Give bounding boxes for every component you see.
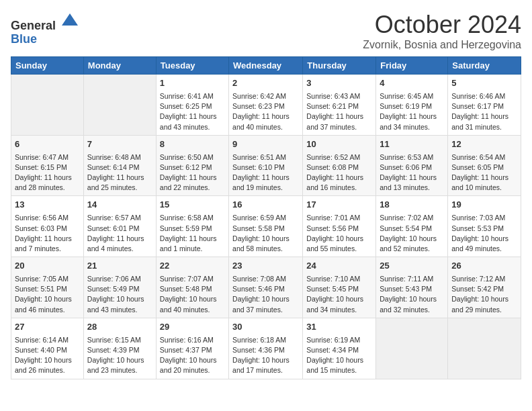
weekday-header: Monday xyxy=(83,57,156,75)
month-title: October 2024 xyxy=(363,11,521,39)
sunset-text: Sunset: 5:56 PM xyxy=(306,224,372,234)
daylight-text: Daylight: 10 hours and 20 minutes. xyxy=(160,355,225,375)
day-number: 28 xyxy=(87,321,152,334)
cell-content: 1Sunrise: 6:41 AMSunset: 6:25 PMDaylight… xyxy=(160,77,225,132)
day-number: 19 xyxy=(451,199,517,212)
calendar-cell: 3Sunrise: 6:43 AMSunset: 6:21 PMDaylight… xyxy=(303,75,376,136)
cell-content: 19Sunrise: 7:03 AMSunset: 5:53 PMDayligh… xyxy=(451,199,517,254)
sunrise-text: Sunrise: 6:56 AM xyxy=(15,213,80,223)
day-number: 17 xyxy=(306,199,372,212)
sunset-text: Sunset: 6:25 PM xyxy=(160,101,225,111)
sunrise-text: Sunrise: 7:01 AM xyxy=(306,213,372,223)
sunrise-text: Sunrise: 6:46 AM xyxy=(451,91,517,101)
sunset-text: Sunset: 6:19 PM xyxy=(380,101,444,111)
weekday-header: Thursday xyxy=(303,57,376,75)
daylight-text: Daylight: 10 hours and 37 minutes. xyxy=(232,294,299,314)
cell-content: 2Sunrise: 6:42 AMSunset: 6:23 PMDaylight… xyxy=(232,77,299,132)
calendar-cell: 27Sunrise: 6:14 AMSunset: 4:40 PMDayligh… xyxy=(11,318,84,379)
cell-content: 30Sunrise: 6:18 AMSunset: 4:36 PMDayligh… xyxy=(232,321,299,376)
sunrise-text: Sunrise: 6:50 AM xyxy=(160,152,225,163)
cell-content: 29Sunrise: 6:16 AMSunset: 4:37 PMDayligh… xyxy=(160,321,225,376)
calendar-week-row: 27Sunrise: 6:14 AMSunset: 4:40 PMDayligh… xyxy=(11,318,521,379)
daylight-text: Daylight: 11 hours and 37 minutes. xyxy=(306,111,372,132)
daylight-text: Daylight: 11 hours and 31 minutes. xyxy=(451,111,517,132)
sunset-text: Sunset: 5:42 PM xyxy=(451,284,517,294)
cell-content: 6Sunrise: 6:47 AMSunset: 6:15 PMDaylight… xyxy=(15,138,80,193)
sunset-text: Sunset: 5:48 PM xyxy=(160,284,225,294)
daylight-text: Daylight: 11 hours and 4 minutes. xyxy=(87,234,152,254)
daylight-text: Daylight: 11 hours and 28 minutes. xyxy=(15,173,80,193)
sunrise-text: Sunrise: 7:03 AM xyxy=(451,213,517,223)
weekday-header: Saturday xyxy=(448,57,521,75)
calendar-cell: 29Sunrise: 6:16 AMSunset: 4:37 PMDayligh… xyxy=(156,318,228,379)
day-number: 1 xyxy=(160,77,225,90)
calendar-cell: 7Sunrise: 6:48 AMSunset: 6:14 PMDaylight… xyxy=(83,135,156,196)
weekday-header: Tuesday xyxy=(156,57,228,75)
cell-content: 20Sunrise: 7:05 AMSunset: 5:51 PMDayligh… xyxy=(15,260,80,315)
calendar-week-row: 20Sunrise: 7:05 AMSunset: 5:51 PMDayligh… xyxy=(11,257,521,318)
cell-content: 8Sunrise: 6:50 AMSunset: 6:12 PMDaylight… xyxy=(160,138,225,193)
daylight-text: Daylight: 10 hours and 40 minutes. xyxy=(160,294,225,314)
calendar-cell: 9Sunrise: 6:51 AMSunset: 6:10 PMDaylight… xyxy=(229,135,303,196)
cell-content: 11Sunrise: 6:53 AMSunset: 6:06 PMDayligh… xyxy=(380,138,444,193)
logo: General Blue xyxy=(11,11,79,46)
cell-content: 16Sunrise: 6:59 AMSunset: 5:58 PMDayligh… xyxy=(232,199,299,254)
daylight-text: Daylight: 10 hours and 46 minutes. xyxy=(15,294,80,314)
day-number: 18 xyxy=(380,199,444,212)
daylight-text: Daylight: 10 hours and 52 minutes. xyxy=(380,234,444,254)
sunrise-text: Sunrise: 7:10 AM xyxy=(306,274,372,284)
cell-content: 25Sunrise: 7:11 AMSunset: 5:43 PMDayligh… xyxy=(380,260,444,315)
day-number: 27 xyxy=(15,321,80,334)
calendar-cell: 6Sunrise: 6:47 AMSunset: 6:15 PMDaylight… xyxy=(11,135,84,196)
page-header: General Blue October 2024 Zvornik, Bosni… xyxy=(11,11,521,51)
day-number: 14 xyxy=(87,199,152,212)
calendar-cell: 28Sunrise: 6:15 AMSunset: 4:39 PMDayligh… xyxy=(83,318,156,379)
sunset-text: Sunset: 6:01 PM xyxy=(87,224,152,234)
calendar-table: SundayMondayTuesdayWednesdayThursdayFrid… xyxy=(11,56,521,379)
day-number: 22 xyxy=(160,260,225,273)
sunrise-text: Sunrise: 6:43 AM xyxy=(306,91,372,101)
cell-content: 3Sunrise: 6:43 AMSunset: 6:21 PMDaylight… xyxy=(306,77,372,132)
location-title: Zvornik, Bosnia and Herzegovina xyxy=(363,39,521,51)
sunset-text: Sunset: 5:43 PM xyxy=(380,284,444,294)
calendar-cell xyxy=(376,318,448,379)
sunset-text: Sunset: 6:14 PM xyxy=(87,163,152,173)
sunrise-text: Sunrise: 6:52 AM xyxy=(306,152,372,163)
calendar-cell: 25Sunrise: 7:11 AMSunset: 5:43 PMDayligh… xyxy=(376,257,448,318)
day-number: 16 xyxy=(232,199,299,212)
day-number: 25 xyxy=(380,260,444,273)
day-number: 2 xyxy=(232,77,299,90)
day-number: 20 xyxy=(15,260,80,273)
daylight-text: Daylight: 11 hours and 40 minutes. xyxy=(232,111,299,132)
sunrise-text: Sunrise: 7:05 AM xyxy=(15,274,80,284)
sunset-text: Sunset: 5:59 PM xyxy=(160,224,225,234)
daylight-text: Daylight: 11 hours and 16 minutes. xyxy=(306,173,372,193)
weekday-header: Sunday xyxy=(11,57,84,75)
sunrise-text: Sunrise: 6:45 AM xyxy=(380,91,444,101)
sunset-text: Sunset: 6:21 PM xyxy=(306,101,372,111)
sunrise-text: Sunrise: 7:12 AM xyxy=(451,274,517,284)
sunset-text: Sunset: 5:46 PM xyxy=(232,284,299,294)
cell-content: 18Sunrise: 7:02 AMSunset: 5:54 PMDayligh… xyxy=(380,199,444,254)
daylight-text: Daylight: 10 hours and 29 minutes. xyxy=(451,294,517,314)
cell-content: 22Sunrise: 7:07 AMSunset: 5:48 PMDayligh… xyxy=(160,260,225,315)
cell-content: 15Sunrise: 6:58 AMSunset: 5:59 PMDayligh… xyxy=(160,199,225,254)
cell-content: 5Sunrise: 6:46 AMSunset: 6:17 PMDaylight… xyxy=(451,77,517,132)
calendar-cell: 15Sunrise: 6:58 AMSunset: 5:59 PMDayligh… xyxy=(156,196,228,257)
day-number: 31 xyxy=(306,321,372,334)
calendar-cell: 16Sunrise: 6:59 AMSunset: 5:58 PMDayligh… xyxy=(229,196,303,257)
sunset-text: Sunset: 5:54 PM xyxy=(380,224,444,234)
sunset-text: Sunset: 5:53 PM xyxy=(451,224,517,234)
sunset-text: Sunset: 6:05 PM xyxy=(451,163,517,173)
day-number: 5 xyxy=(451,77,517,90)
calendar-cell: 10Sunrise: 6:52 AMSunset: 6:08 PMDayligh… xyxy=(303,135,376,196)
sunset-text: Sunset: 4:37 PM xyxy=(160,345,225,355)
day-number: 9 xyxy=(232,138,299,151)
cell-content: 10Sunrise: 6:52 AMSunset: 6:08 PMDayligh… xyxy=(306,138,372,193)
sunset-text: Sunset: 5:49 PM xyxy=(87,284,152,294)
calendar-cell: 23Sunrise: 7:08 AMSunset: 5:46 PMDayligh… xyxy=(229,257,303,318)
day-number: 13 xyxy=(15,199,80,212)
daylight-text: Daylight: 11 hours and 22 minutes. xyxy=(160,173,225,193)
logo-general: General xyxy=(11,19,56,32)
daylight-text: Daylight: 10 hours and 43 minutes. xyxy=(87,294,152,314)
